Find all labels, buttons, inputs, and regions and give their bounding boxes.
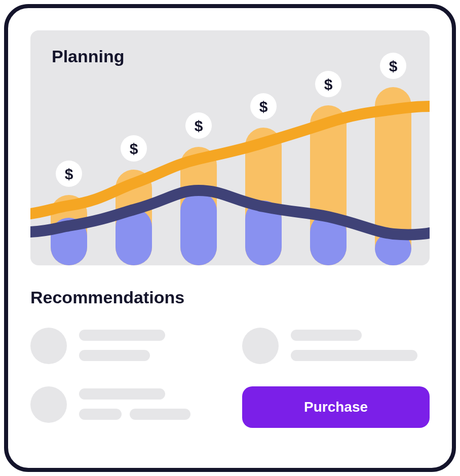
- planning-chart: $ $ $ $ $ $: [30, 30, 430, 265]
- placeholder-line: [291, 350, 417, 361]
- dollar-badge-3: $: [185, 112, 212, 139]
- dollar-icon: $: [195, 117, 203, 134]
- dashboard-card: Planning: [4, 4, 456, 472]
- dollar-icon: $: [130, 140, 138, 157]
- dollar-icon: $: [65, 166, 73, 182]
- text-placeholder: [79, 386, 190, 420]
- recommendation-item: [242, 328, 430, 364]
- dollar-icon: $: [324, 76, 333, 93]
- placeholder-line: [79, 330, 165, 341]
- recommendations-grid: Purchase: [30, 328, 430, 428]
- text-placeholder: [291, 328, 417, 361]
- placeholder-line-row: [79, 409, 190, 420]
- recommendation-item: [30, 386, 218, 428]
- dollar-badge-1: $: [56, 161, 82, 187]
- planning-chart-panel: Planning: [30, 30, 430, 265]
- placeholder-line: [130, 409, 190, 420]
- dollar-badge-5: $: [315, 71, 341, 97]
- recommendation-item: [30, 328, 218, 364]
- text-placeholder: [79, 328, 165, 361]
- placeholder-line: [79, 388, 165, 400]
- avatar-placeholder: [30, 328, 67, 364]
- bar-blue-3: [180, 192, 217, 265]
- avatar-placeholder: [30, 386, 67, 423]
- placeholder-line: [79, 409, 122, 420]
- placeholder-line: [291, 330, 362, 341]
- placeholder-line: [79, 350, 150, 361]
- dollar-icon: $: [259, 98, 268, 115]
- dollar-badge-6: $: [380, 53, 406, 79]
- recommendations-title: Recommendations: [30, 288, 430, 307]
- purchase-button[interactable]: Purchase: [242, 386, 430, 428]
- dollar-badge-2: $: [121, 135, 147, 162]
- dollar-badge-4: $: [250, 93, 277, 120]
- avatar-placeholder: [242, 328, 279, 364]
- dollar-icon: $: [389, 58, 398, 74]
